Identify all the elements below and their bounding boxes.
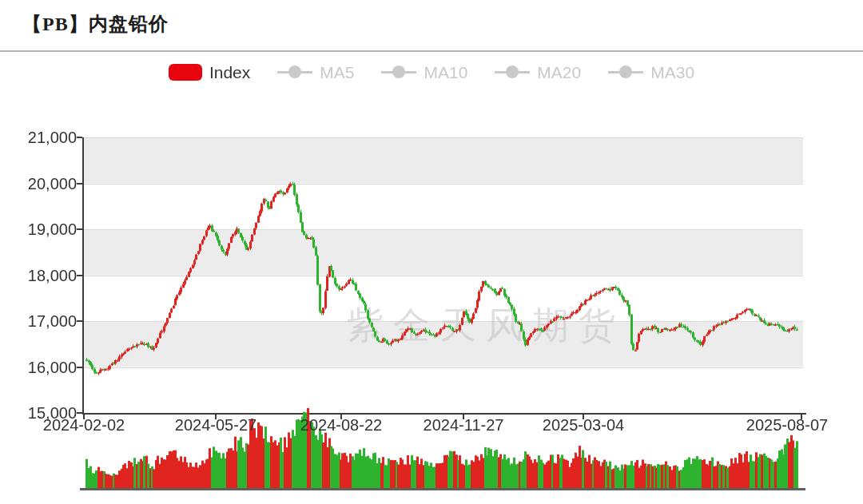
legend-item-ma20[interactable]: MA20 <box>495 64 581 81</box>
legend-line-dot <box>619 65 632 78</box>
y-axis-label-20000: 20,000 <box>8 175 77 192</box>
legend-line-dot <box>288 65 301 78</box>
legend-item-ma10[interactable]: MA10 <box>381 64 467 81</box>
y-axis-label-16000: 16,000 <box>8 359 77 376</box>
x-axis-label-2024-02-02: 2024-02-02 <box>43 416 125 435</box>
legend-label: MA20 <box>537 64 581 81</box>
y-axis-label-18000: 18,000 <box>8 267 77 284</box>
legend-line-dot <box>506 65 519 78</box>
y-axis-label-19000: 19,000 <box>8 220 77 238</box>
legend-line-dot <box>392 65 405 78</box>
candlestick-series-swatch <box>169 64 202 81</box>
legend-item-ma5[interactable]: MA5 <box>277 64 354 81</box>
line-series-marker <box>495 65 530 78</box>
line-series-marker <box>277 65 312 78</box>
legend-label: MA10 <box>424 64 467 81</box>
legend-item-index[interactable]: Index <box>169 64 250 81</box>
x-axis-label-2024-05-27: 2024-05-27 <box>175 416 257 435</box>
x-axis-label-2025-08-07: 2025-08-07 <box>746 416 828 435</box>
y-axis-label-17000: 17,000 <box>8 312 77 330</box>
legend-label: MA30 <box>650 64 694 81</box>
chart-legend: IndexMA5MA10MA20MA30 <box>0 61 863 83</box>
x-axis-label-2024-11-27: 2024-11-27 <box>424 416 504 435</box>
line-series-marker <box>608 65 643 78</box>
x-axis-label-2024-08-22: 2024-08-22 <box>300 416 382 435</box>
legend-item-ma30[interactable]: MA30 <box>608 64 694 81</box>
y-axis-label-21000: 21,000 <box>8 129 77 146</box>
line-series-marker <box>381 65 416 78</box>
legend-label: MA5 <box>320 64 354 81</box>
chart-page: 【PB】内盘铅价 IndexMA5MA10MA20MA30 紫金天风期货 21,… <box>0 0 863 504</box>
legend-label: Index <box>209 64 250 81</box>
x-axis-label-2025-03-04: 2025-03-04 <box>543 416 624 435</box>
